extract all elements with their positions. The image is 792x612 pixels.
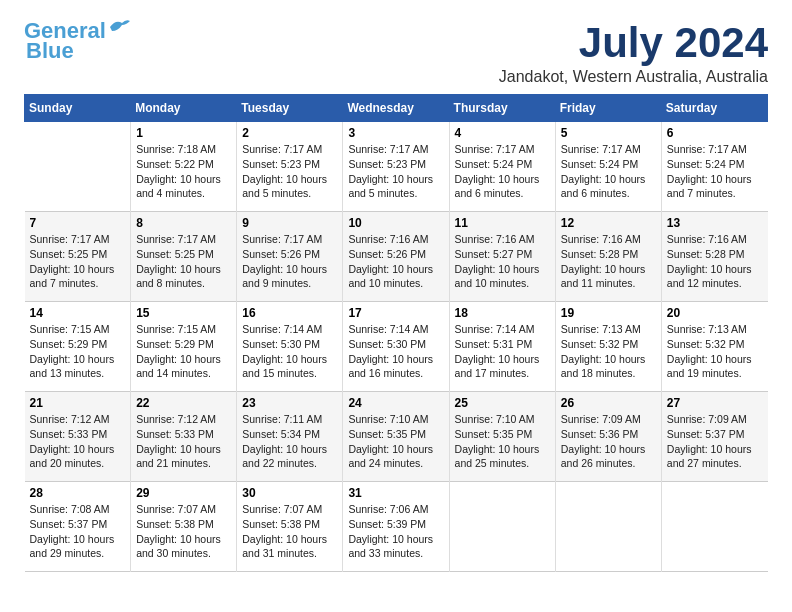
month-title: July 2024 <box>499 20 768 66</box>
day-number: 19 <box>561 306 656 320</box>
cell-line: and 6 minutes. <box>561 186 656 201</box>
cell-line: Sunset: 5:28 PM <box>561 247 656 262</box>
calendar-cell: 9Sunrise: 7:17 AMSunset: 5:26 PMDaylight… <box>237 212 343 302</box>
page-header: GeneralBlue Blue July 2024 Jandakot, Wes… <box>24 20 768 86</box>
cell-line: Daylight: 10 hours <box>136 532 231 547</box>
calendar-cell: 16Sunrise: 7:14 AMSunset: 5:30 PMDayligh… <box>237 302 343 392</box>
cell-line: Sunrise: 7:10 AM <box>455 412 550 427</box>
cell-content: Sunrise: 7:13 AMSunset: 5:32 PMDaylight:… <box>667 322 763 381</box>
cell-line: Sunset: 5:35 PM <box>348 427 443 442</box>
day-number: 4 <box>455 126 550 140</box>
cell-line: and 10 minutes. <box>455 276 550 291</box>
cell-line: Sunset: 5:24 PM <box>561 157 656 172</box>
day-number: 25 <box>455 396 550 410</box>
cell-line: Sunset: 5:36 PM <box>561 427 656 442</box>
cell-line: Sunrise: 7:16 AM <box>455 232 550 247</box>
day-number: 2 <box>242 126 337 140</box>
cell-line: Sunrise: 7:09 AM <box>561 412 656 427</box>
cell-line: and 6 minutes. <box>455 186 550 201</box>
weekday-header-thursday: Thursday <box>449 95 555 122</box>
day-number: 1 <box>136 126 231 140</box>
calendar-cell: 6Sunrise: 7:17 AMSunset: 5:24 PMDaylight… <box>661 122 767 212</box>
location-title: Jandakot, Western Australia, Australia <box>499 68 768 86</box>
calendar-cell: 19Sunrise: 7:13 AMSunset: 5:32 PMDayligh… <box>555 302 661 392</box>
cell-line: Sunset: 5:23 PM <box>242 157 337 172</box>
cell-line: Sunrise: 7:07 AM <box>242 502 337 517</box>
calendar-week-row: 1Sunrise: 7:18 AMSunset: 5:22 PMDaylight… <box>25 122 768 212</box>
cell-line: Sunrise: 7:10 AM <box>348 412 443 427</box>
cell-line: Sunrise: 7:17 AM <box>136 232 231 247</box>
cell-content: Sunrise: 7:10 AMSunset: 5:35 PMDaylight:… <box>455 412 550 471</box>
calendar-cell <box>555 482 661 572</box>
day-number: 31 <box>348 486 443 500</box>
cell-line: Sunset: 5:25 PM <box>136 247 231 262</box>
cell-content: Sunrise: 7:18 AMSunset: 5:22 PMDaylight:… <box>136 142 231 201</box>
cell-line: and 13 minutes. <box>30 366 126 381</box>
cell-content: Sunrise: 7:14 AMSunset: 5:30 PMDaylight:… <box>348 322 443 381</box>
day-number: 11 <box>455 216 550 230</box>
cell-line: Sunset: 5:27 PM <box>455 247 550 262</box>
cell-line: Daylight: 10 hours <box>455 442 550 457</box>
cell-line: Sunset: 5:35 PM <box>455 427 550 442</box>
cell-line: Daylight: 10 hours <box>30 262 126 277</box>
cell-line: Sunset: 5:33 PM <box>30 427 126 442</box>
cell-line: Sunrise: 7:12 AM <box>30 412 126 427</box>
cell-line: Sunrise: 7:15 AM <box>136 322 231 337</box>
cell-line: Sunset: 5:33 PM <box>136 427 231 442</box>
cell-content: Sunrise: 7:16 AMSunset: 5:26 PMDaylight:… <box>348 232 443 291</box>
cell-line: Daylight: 10 hours <box>667 352 763 367</box>
calendar-cell: 26Sunrise: 7:09 AMSunset: 5:36 PMDayligh… <box>555 392 661 482</box>
cell-line: Sunrise: 7:13 AM <box>561 322 656 337</box>
cell-line: Daylight: 10 hours <box>136 442 231 457</box>
day-number: 5 <box>561 126 656 140</box>
calendar-cell: 27Sunrise: 7:09 AMSunset: 5:37 PMDayligh… <box>661 392 767 482</box>
cell-line: Sunrise: 7:13 AM <box>667 322 763 337</box>
cell-line: Sunset: 5:31 PM <box>455 337 550 352</box>
day-number: 16 <box>242 306 337 320</box>
cell-content: Sunrise: 7:07 AMSunset: 5:38 PMDaylight:… <box>136 502 231 561</box>
cell-line: Sunrise: 7:16 AM <box>348 232 443 247</box>
day-number: 6 <box>667 126 763 140</box>
cell-line: Sunset: 5:28 PM <box>667 247 763 262</box>
calendar-cell: 31Sunrise: 7:06 AMSunset: 5:39 PMDayligh… <box>343 482 449 572</box>
cell-line: Daylight: 10 hours <box>455 172 550 187</box>
day-number: 26 <box>561 396 656 410</box>
cell-line: Sunrise: 7:17 AM <box>242 142 337 157</box>
cell-line: Daylight: 10 hours <box>667 172 763 187</box>
cell-line: Sunset: 5:38 PM <box>136 517 231 532</box>
calendar-cell: 3Sunrise: 7:17 AMSunset: 5:23 PMDaylight… <box>343 122 449 212</box>
calendar-cell: 24Sunrise: 7:10 AMSunset: 5:35 PMDayligh… <box>343 392 449 482</box>
cell-line: and 31 minutes. <box>242 546 337 561</box>
calendar-cell: 14Sunrise: 7:15 AMSunset: 5:29 PMDayligh… <box>25 302 131 392</box>
cell-line: Sunset: 5:37 PM <box>667 427 763 442</box>
cell-line: Daylight: 10 hours <box>561 262 656 277</box>
logo-blue-text: Blue <box>26 38 74 63</box>
cell-content: Sunrise: 7:17 AMSunset: 5:23 PMDaylight:… <box>242 142 337 201</box>
day-number: 8 <box>136 216 231 230</box>
day-number: 28 <box>30 486 126 500</box>
day-number: 17 <box>348 306 443 320</box>
day-number: 12 <box>561 216 656 230</box>
calendar-cell: 30Sunrise: 7:07 AMSunset: 5:38 PMDayligh… <box>237 482 343 572</box>
cell-line: and 8 minutes. <box>136 276 231 291</box>
cell-line: and 17 minutes. <box>455 366 550 381</box>
cell-line: Sunrise: 7:14 AM <box>455 322 550 337</box>
cell-line: Sunrise: 7:14 AM <box>242 322 337 337</box>
cell-line: Sunset: 5:22 PM <box>136 157 231 172</box>
calendar-cell: 18Sunrise: 7:14 AMSunset: 5:31 PMDayligh… <box>449 302 555 392</box>
cell-line: Daylight: 10 hours <box>30 442 126 457</box>
cell-content: Sunrise: 7:17 AMSunset: 5:25 PMDaylight:… <box>30 232 126 291</box>
calendar-cell: 23Sunrise: 7:11 AMSunset: 5:34 PMDayligh… <box>237 392 343 482</box>
cell-content: Sunrise: 7:07 AMSunset: 5:38 PMDaylight:… <box>242 502 337 561</box>
day-number: 9 <box>242 216 337 230</box>
cell-content: Sunrise: 7:15 AMSunset: 5:29 PMDaylight:… <box>30 322 126 381</box>
weekday-header-saturday: Saturday <box>661 95 767 122</box>
calendar-cell: 28Sunrise: 7:08 AMSunset: 5:37 PMDayligh… <box>25 482 131 572</box>
calendar-cell: 21Sunrise: 7:12 AMSunset: 5:33 PMDayligh… <box>25 392 131 482</box>
cell-content: Sunrise: 7:09 AMSunset: 5:36 PMDaylight:… <box>561 412 656 471</box>
cell-line: and 15 minutes. <box>242 366 337 381</box>
cell-line: Sunrise: 7:12 AM <box>136 412 231 427</box>
cell-content: Sunrise: 7:14 AMSunset: 5:30 PMDaylight:… <box>242 322 337 381</box>
cell-content: Sunrise: 7:16 AMSunset: 5:28 PMDaylight:… <box>667 232 763 291</box>
cell-line: Sunrise: 7:17 AM <box>242 232 337 247</box>
